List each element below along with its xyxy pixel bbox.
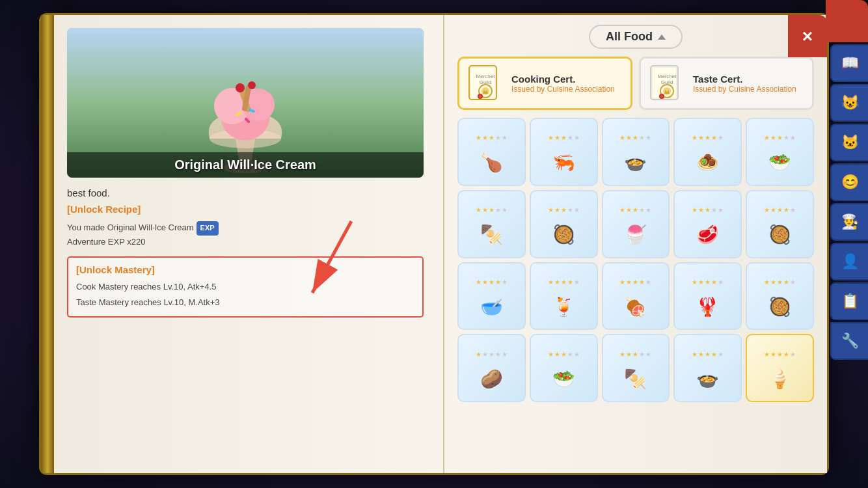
svg-text:Merchet: Merchet <box>658 74 677 79</box>
food-item[interactable]: ★★★★★🧆 <box>673 118 742 186</box>
star-icon: ★ <box>790 134 796 141</box>
star-icon: ★ <box>764 206 770 213</box>
taste-cert-card[interactable]: Merchet Guild Taste Cert. Issued by Cuis… <box>639 57 814 110</box>
star-icon: ★ <box>718 206 724 213</box>
food-item[interactable]: ★★★★★🥘 <box>530 190 598 258</box>
star-icon: ★ <box>645 278 651 286</box>
star-icon: ★ <box>770 206 776 213</box>
svg-text:Merchet: Merchet <box>476 74 496 79</box>
star-icon: ★ <box>711 206 717 213</box>
food-thumbnail: 🍲 <box>686 359 729 398</box>
cooking-cert-sub: Issued by Cuisine Association <box>511 85 615 94</box>
star-icon: ★ <box>482 206 488 213</box>
food-thumbnail: 🍦 <box>759 359 801 398</box>
star-icon: ★ <box>495 278 501 286</box>
star-icon: ★ <box>705 206 711 213</box>
food-thumbnail: 🍲 <box>615 142 657 182</box>
taste-cert-sub: Issued by Cuisine Association <box>693 85 796 94</box>
star-icon: ★ <box>718 351 724 358</box>
star-icon: ★ <box>619 206 625 213</box>
food-thumbnail: 🥘 <box>543 215 585 254</box>
food-thumbnail: 🥗 <box>759 142 801 182</box>
cooking-cert-card[interactable]: Merchet Guild Cooking Cert. Issued by Cu… <box>457 57 632 110</box>
food-item[interactable]: ★★★★★🥩 <box>673 190 742 258</box>
food-thumbnail: 🍹 <box>543 287 585 326</box>
star-icon: ★ <box>645 206 651 213</box>
food-item[interactable]: ★★★★★🍢 <box>602 334 670 402</box>
food-thumbnail: 🥣 <box>470 287 513 326</box>
star-icon: ★ <box>561 134 567 141</box>
star-icon: ★ <box>698 134 704 141</box>
star-icon: ★ <box>783 351 789 358</box>
star-icon: ★ <box>619 351 625 358</box>
unlock-mastery-box: [Unlock Mastery] Cook Mastery reaches Lv… <box>67 256 424 318</box>
food-item[interactable]: ★★★★★🥘 <box>746 190 814 258</box>
food-item[interactable]: ★★★★★🍢 <box>457 190 526 258</box>
svg-point-8 <box>236 83 245 92</box>
food-item[interactable]: ★★★★★🦞 <box>673 262 742 331</box>
food-item[interactable]: ★★★★★🍖 <box>602 262 670 331</box>
star-icon: ★ <box>554 134 560 141</box>
star-icon: ★ <box>495 134 501 141</box>
star-icon: ★ <box>548 206 554 213</box>
close-button[interactable]: × <box>788 15 827 57</box>
food-thumbnail: 🍢 <box>615 359 657 398</box>
list-icon: 📋 <box>841 293 859 310</box>
star-icon: ★ <box>476 134 481 141</box>
star-icon: ★ <box>632 278 638 286</box>
side-btn-book[interactable]: 📖 <box>830 44 868 82</box>
book-container: Original Will·Ice Cream best food. [Unlo… <box>39 13 829 475</box>
side-btn-user[interactable]: 👤 <box>830 243 868 280</box>
star-icon: ★ <box>711 134 717 141</box>
food-item[interactable]: ★★★★★🦐 <box>530 118 598 186</box>
star-icon: ★ <box>489 351 495 358</box>
side-btn-chef[interactable]: 👨‍🍳 <box>830 203 868 241</box>
food-item[interactable]: ★★★★★🍲 <box>602 118 670 186</box>
star-icon: ★ <box>482 351 488 358</box>
star-icon: ★ <box>783 206 789 213</box>
food-item[interactable]: ★★★★★🍧 <box>602 190 670 258</box>
star-icon: ★ <box>692 134 698 141</box>
food-item[interactable]: ★★★★★🍲 <box>673 334 742 402</box>
star-icon: ★ <box>783 278 789 286</box>
star-icon: ★ <box>777 206 783 213</box>
smiley-icon: 😊 <box>841 174 859 191</box>
cooking-cert-icon: Merchet Guild <box>466 64 505 103</box>
food-item[interactable]: ★★★★★🥗 <box>530 334 598 402</box>
food-item[interactable]: ★★★★★🍹 <box>530 262 598 331</box>
star-icon: ★ <box>626 206 632 213</box>
food-item[interactable]: ★★★★★🥗 <box>746 118 814 186</box>
star-icon: ★ <box>489 278 495 286</box>
food-thumbnail: 🍢 <box>470 215 513 254</box>
food-item[interactable]: ★★★★★🍦 <box>746 334 814 402</box>
svg-point-28 <box>660 95 663 98</box>
side-btn-list[interactable]: 📋 <box>830 282 868 320</box>
cert-cards-row: Merchet Guild Cooking Cert. Issued by Cu… <box>457 57 814 110</box>
food-item[interactable]: ★★★★★🥣 <box>457 262 526 331</box>
star-icon: ★ <box>567 351 573 358</box>
food-thumbnail: 🦐 <box>543 142 585 182</box>
star-icon: ★ <box>495 206 501 213</box>
side-close-btn[interactable] <box>826 0 868 42</box>
food-item[interactable]: ★★★★★🥘 <box>746 262 814 331</box>
star-icon: ★ <box>705 351 711 358</box>
side-btn-face[interactable]: 🐱 <box>830 124 868 161</box>
mastery-line2: Taste Mastery reaches Lv.10, M.Atk+3 <box>76 295 414 310</box>
side-btn-smiley[interactable]: 😊 <box>830 163 868 201</box>
star-icon: ★ <box>698 206 704 213</box>
all-food-dropdown[interactable]: All Food <box>589 25 683 49</box>
all-food-label: All Food <box>606 30 653 44</box>
food-item[interactable]: ★★★★★🍗 <box>457 118 526 186</box>
food-item[interactable]: ★★★★★🥔 <box>457 334 526 402</box>
star-icon: ★ <box>489 206 495 213</box>
star-icon: ★ <box>502 351 508 358</box>
unlock-recipe-link[interactable]: [Unlock Recipe] <box>67 204 424 215</box>
cooking-cert-name: Cooking Cert. <box>511 74 615 85</box>
star-icon: ★ <box>626 134 632 141</box>
taste-cert-icon: Merchet Guild <box>647 64 686 103</box>
side-btn-tool[interactable]: 🔧 <box>830 322 868 360</box>
mastery-line1: Cook Mastery reaches Lv.10, Atk+4.5 <box>76 279 414 294</box>
star-icon: ★ <box>639 206 645 213</box>
star-icon: ★ <box>790 351 796 358</box>
side-btn-cat[interactable]: 😺 <box>830 84 868 122</box>
